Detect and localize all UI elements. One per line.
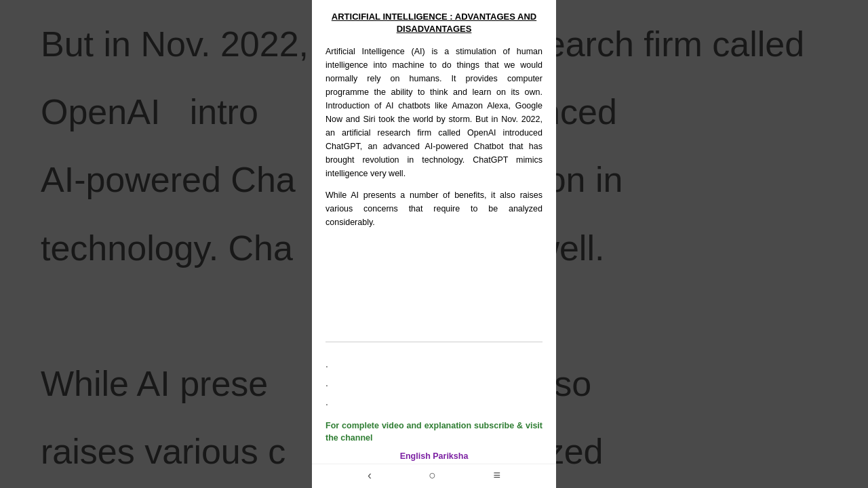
back-icon[interactable]: ‹ [368, 468, 372, 483]
document-body: Artificial Intelligence (AI) is a stimul… [326, 45, 542, 229]
channel-name: English Pariksha [312, 447, 556, 464]
bottom-nav-bar: ‹ ○ ≡ [312, 464, 556, 488]
dots-section: . . . [312, 349, 556, 417]
menu-icon[interactable]: ≡ [493, 468, 500, 483]
dot-3: . [326, 392, 542, 411]
document-panel: ARTICIFIAL INTELLIGENCE : ADVANTAGES AND… [312, 0, 556, 488]
home-icon[interactable]: ○ [429, 468, 436, 483]
document-title: ARTICIFIAL INTELLIGENCE : ADVANTAGES AND… [326, 11, 542, 35]
paragraph-1: Artificial Intelligence (AI) is a stimul… [326, 45, 542, 180]
panel-content: ARTICIFIAL INTELLIGENCE : ADVANTAGES AND… [312, 0, 556, 335]
section-divider [326, 342, 542, 342]
dot-1: . [326, 354, 542, 373]
subscribe-text: For complete video and explanation subsc… [312, 417, 556, 448]
paragraph-2: While AI presents a number of benefits, … [326, 188, 542, 229]
dot-2: . [326, 373, 542, 392]
